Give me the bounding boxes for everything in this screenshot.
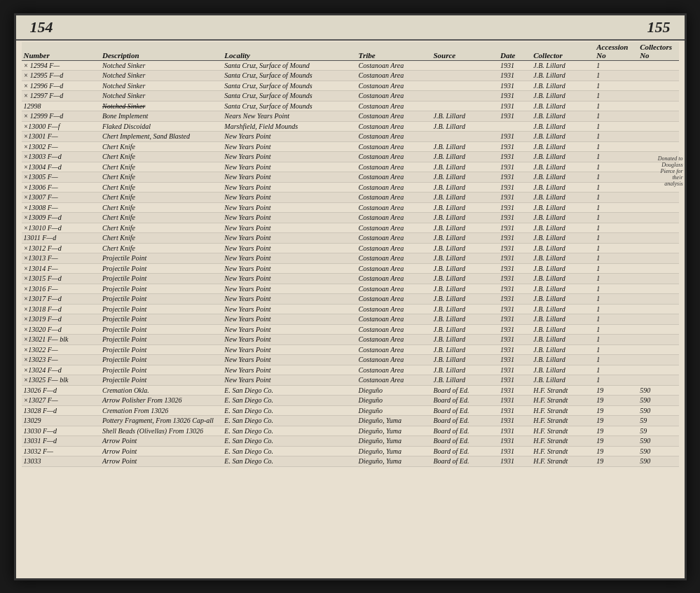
cell: 1: [594, 152, 638, 162]
cell: J.B. Lillard: [531, 365, 594, 375]
cell: × 12996 F—d: [22, 81, 100, 91]
page-container: 154 155 Number Description Locality Trib…: [14, 13, 687, 580]
cell: 1: [594, 141, 638, 152]
cell: 1: [594, 213, 638, 223]
cell: Nears New Years Point: [222, 111, 356, 122]
cell: [638, 202, 678, 213]
cell: 1: [594, 335, 638, 345]
cell: 1: [594, 193, 638, 203]
cell: New Years Point: [222, 202, 356, 213]
cell: Costanoan Area: [357, 101, 432, 111]
cell: J.B. Lillard: [531, 182, 594, 193]
cell: J.B. Lillard: [431, 121, 498, 132]
cell: ×13012 F—d: [22, 243, 100, 253]
cell: Costanoan Area: [357, 233, 432, 244]
cell: J.B. Lillard: [531, 294, 594, 305]
cell: Projectile Point: [100, 344, 222, 355]
cell: [431, 81, 498, 91]
cell: Costanoan Area: [357, 141, 432, 152]
cell: J.B. Lillard: [431, 365, 498, 375]
cell: Notched Sinker: [100, 71, 222, 81]
cell: 1931: [498, 396, 531, 406]
cell: 1931: [498, 426, 531, 436]
cell: 13032 F—: [22, 446, 100, 456]
table-row: 13028 F—dCremation From 13026E. San Dieg…: [22, 405, 679, 416]
cell: J.B. Lillard: [531, 111, 594, 122]
cell: Chert Knife: [100, 233, 222, 244]
table-row: ×13027 F—Arrow Polisher From 13026E. San…: [22, 396, 679, 406]
table-row: ×13014 F—Projectile PointNew Years Point…: [22, 263, 679, 274]
cell: [638, 335, 678, 345]
cell: ×13022 F—: [22, 344, 100, 355]
cell: 13029: [22, 416, 100, 426]
table-row: 13029Pottery Fragment, From 13026 Cap-al…: [22, 416, 679, 426]
cell: 590: [638, 385, 678, 396]
cell: [638, 263, 678, 274]
table-row: 13032 F—Arrow PointE. San Diego Co.Diegu…: [22, 446, 679, 456]
cell: 1931: [498, 263, 531, 274]
cell: 1: [594, 263, 638, 274]
cell: 1931: [498, 314, 531, 325]
cell: Board of Ed.: [431, 456, 498, 467]
cell: Projectile Point: [100, 324, 222, 335]
cell: J.B. Lillard: [431, 243, 498, 253]
cell: 1931: [498, 405, 531, 416]
cell: 1931: [498, 172, 531, 183]
cell: Costanoan Area: [357, 335, 432, 345]
cell: Projectile Point: [100, 335, 222, 345]
cell: [638, 121, 678, 132]
cell: 1: [594, 60, 638, 71]
cell: H.F. Strandt: [531, 405, 594, 416]
cell: Santa Cruz, Surface of Mound: [222, 60, 356, 71]
cell: J.B. Lillard: [531, 284, 594, 294]
cell: ×13015 F—d: [22, 274, 100, 284]
cell: 590: [638, 436, 678, 447]
cell: J.B. Lillard: [431, 152, 498, 162]
cell: Notched Sinker: [100, 81, 222, 91]
cell: 1931: [498, 284, 531, 294]
cell: [638, 344, 678, 355]
cell: 1931: [498, 60, 531, 71]
cell: 1931: [498, 213, 531, 223]
cell: Costanoan Area: [357, 355, 432, 365]
cell: ×13013 F—: [22, 253, 100, 264]
cell: Costanoan Area: [357, 111, 432, 122]
table-row: ×13013 F—Projectile PointNew Years Point…: [22, 253, 679, 264]
cell: Dieguño, Yuma: [357, 416, 432, 426]
cell: 19: [594, 456, 638, 467]
cell: ×13003 F—d: [22, 152, 100, 162]
cell: 1931: [498, 365, 531, 375]
cell: 59: [638, 416, 678, 426]
cell: New Years Point: [222, 152, 356, 162]
col-header-desc: Description: [100, 42, 222, 61]
table-row: ×13021 F— blkProjectile PointNew Years P…: [22, 335, 679, 345]
cell: [638, 213, 678, 223]
cell: J.B. Lillard: [531, 213, 594, 223]
cell: J.B. Lillard: [431, 111, 498, 122]
cell: J.B. Lillard: [431, 375, 498, 386]
table-row: ×13006 F—Chert KnifeNew Years PointCosta…: [22, 182, 679, 193]
cell: ×13016 F—: [22, 284, 100, 294]
cell: ×13001 F—: [22, 132, 100, 142]
cell: J.B. Lillard: [531, 81, 594, 91]
cell: New Years Point: [222, 263, 356, 274]
cell: J.B. Lillard: [531, 375, 594, 386]
cell: Dieguño: [357, 396, 432, 406]
cell: Dieguño: [357, 385, 432, 396]
cell: New Years Point: [222, 193, 356, 203]
cell: Chert Knife: [100, 223, 222, 233]
cell: Costanoan Area: [357, 121, 432, 132]
page-numbers: 154 155: [16, 15, 685, 41]
cell: 13031 F—d: [22, 436, 100, 447]
cell: J.B. Lillard: [431, 294, 498, 305]
cell: 1: [594, 172, 638, 183]
table-row: ×13019 F—dProjectile PointNew Years Poin…: [22, 314, 679, 325]
cell: [431, 71, 498, 81]
cell: 19: [594, 436, 638, 447]
cell: [638, 304, 678, 314]
cell: E. San Diego Co.: [222, 456, 356, 467]
cell: H.F. Strandt: [531, 456, 594, 467]
cell: J.B. Lillard: [431, 213, 498, 223]
cell: Costanoan Area: [357, 91, 432, 102]
cell: 1931: [498, 274, 531, 284]
